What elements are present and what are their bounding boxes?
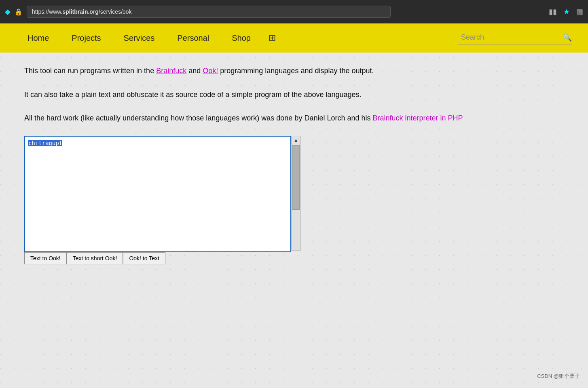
grid-icon[interactable]: ⊞ xyxy=(262,33,282,43)
search-bar: 🔍 xyxy=(458,32,572,44)
url-bar[interactable]: https://www.splitbrain.org/services/ook xyxy=(27,6,391,18)
textarea-section: ▲ xyxy=(24,136,564,252)
main-content: This tool can run programs written in th… xyxy=(0,53,588,289)
nav-projects[interactable]: Projects xyxy=(60,23,112,53)
code-textarea[interactable] xyxy=(25,137,290,250)
text-to-ook-button[interactable]: Text to Ook! xyxy=(24,252,67,264)
scrollbar-arrow-up[interactable]: ▲ xyxy=(294,136,298,144)
scrollbar[interactable]: ▲ xyxy=(291,136,301,251)
url-path: /services/ook xyxy=(99,8,132,15)
paragraph-2: It can also take a plain text and obfusc… xyxy=(24,89,564,101)
browser-chrome: ◆ 🔒 https://www.splitbrain.org/services/… xyxy=(0,0,588,23)
text-to-short-ook-button[interactable]: Text to short Ook! xyxy=(67,252,123,264)
browser-actions: ▮▮ ★ ▦ xyxy=(549,7,583,16)
profile-icon[interactable]: ▦ xyxy=(576,7,583,16)
buttons-row: Text to Ook! Text to short Ook! Ook! to … xyxy=(24,252,564,264)
brainfuck-link[interactable]: Brainfuck xyxy=(156,67,186,75)
nav-services[interactable]: Services xyxy=(112,23,166,53)
nav-shop[interactable]: Shop xyxy=(220,23,262,53)
star-icon[interactable]: ★ xyxy=(563,7,570,16)
ook-link[interactable]: Ook! xyxy=(203,67,218,75)
paragraph-1: This tool can run programs written in th… xyxy=(24,65,564,77)
shield-icon: ◆ xyxy=(5,7,11,16)
brainfuck-interpreter-link[interactable]: Brainfuck interpreter in PHP xyxy=(373,114,463,122)
bookmark-icon[interactable]: ▮▮ xyxy=(549,7,557,16)
scrollbar-thumb[interactable] xyxy=(292,145,300,210)
search-input[interactable] xyxy=(458,32,563,43)
url-domain: splitbrain.org xyxy=(62,8,98,15)
textarea-wrapper xyxy=(24,136,291,252)
ook-to-text-button[interactable]: Ook! to Text xyxy=(123,252,165,264)
lock-icon: 🔒 xyxy=(15,8,23,16)
watermark: CSDN @狙个栗子 xyxy=(537,373,580,380)
paragraph-3: All the hard work (like actually underst… xyxy=(24,112,564,124)
navbar: Home Projects Services Personal Shop ⊞ 🔍 xyxy=(0,23,588,53)
search-icon[interactable]: 🔍 xyxy=(563,33,572,42)
nav-home[interactable]: Home xyxy=(16,23,60,53)
nav-personal[interactable]: Personal xyxy=(166,23,220,53)
